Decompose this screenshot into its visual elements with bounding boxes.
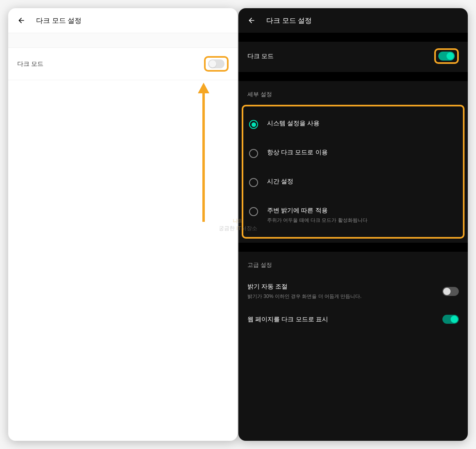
- page-title-light: 다크 모드 설정: [36, 16, 82, 25]
- webpage-dark-toggle[interactable]: [442, 315, 459, 324]
- radio-unselected-icon: [249, 178, 258, 187]
- radio-unselected-icon: [249, 149, 258, 158]
- light-mode-panel: 다크 모드 설정 다크 모드: [8, 8, 238, 441]
- webpage-dark-text: 웹 페이지를 다크 모드로 표시: [247, 316, 328, 323]
- section-gap: [238, 72, 468, 81]
- radio-text: 시간 설정: [267, 178, 293, 185]
- radio-label: 시스템 설정을 사용: [267, 120, 320, 127]
- dark-mode-toggle-on[interactable]: [438, 52, 455, 61]
- radio-label: 시간 설정: [267, 178, 293, 185]
- arrow-head-icon: [198, 83, 209, 93]
- detail-section-header: 세부 설정: [238, 81, 468, 105]
- auto-brightness-toggle[interactable]: [442, 287, 459, 296]
- back-arrow-icon: [17, 16, 25, 25]
- header-light: 다크 모드 설정: [8, 8, 238, 33]
- section-gap: [8, 33, 238, 48]
- page-title-dark: 다크 모드 설정: [266, 16, 312, 25]
- radio-selected-icon: [249, 120, 258, 129]
- radio-group-highlight: 시스템 설정을 사용 항상 다크 모드로 이용 시간 설정 주변 밝기에 따른 …: [242, 105, 465, 239]
- dark-mode-row-dark: 다크 모드: [238, 42, 468, 72]
- header-dark: 다크 모드 설정: [238, 8, 468, 33]
- radio-unselected-icon: [249, 207, 258, 216]
- radio-label: 주변 밝기에 따른 적용: [267, 207, 367, 214]
- radio-text: 시스템 설정을 사용: [267, 120, 320, 127]
- toggle-highlight: [434, 48, 459, 64]
- webpage-dark-label: 웹 페이지를 다크 모드로 표시: [247, 316, 328, 323]
- dark-mode-label: 다크 모드: [247, 52, 274, 60]
- auto-brightness-row: 밝기 자동 조절 밝기가 30% 이하인 경우 화면을 더 어둡게 만듭니다.: [238, 275, 468, 307]
- arrow-annotation: [198, 83, 209, 222]
- radio-text: 항상 다크 모드로 이용: [267, 149, 328, 156]
- toggle-highlight: [204, 56, 229, 72]
- section-gap: [238, 33, 468, 42]
- back-button[interactable]: [247, 16, 256, 25]
- dark-mode-label: 다크 모드: [17, 60, 43, 68]
- auto-brightness-label: 밝기 자동 조절: [247, 283, 362, 291]
- radio-time-settings[interactable]: 시간 설정: [243, 168, 463, 197]
- back-button[interactable]: [16, 16, 26, 25]
- radio-always-dark[interactable]: 항상 다크 모드로 이용: [243, 139, 463, 168]
- auto-brightness-text: 밝기 자동 조절 밝기가 30% 이하인 경우 화면을 더 어둡게 만듭니다.: [247, 283, 362, 300]
- dark-mode-toggle-off[interactable]: [208, 59, 224, 68]
- radio-text: 주변 밝기에 따른 적용 주위가 어두울 때에 다크 모드가 활성화됩니다: [267, 207, 367, 224]
- dark-mode-panel: 다크 모드 설정 다크 모드 세부 설정 시스템 설정을 사용 항상 다크 모드…: [238, 8, 468, 441]
- auto-brightness-sublabel: 밝기가 30% 이하인 경우 화면을 더 어둡게 만듭니다.: [247, 293, 362, 300]
- webpage-dark-row: 웹 페이지를 다크 모드로 표시: [238, 307, 468, 331]
- radio-label: 항상 다크 모드로 이용: [267, 149, 328, 156]
- radio-system-settings[interactable]: 시스템 설정을 사용: [243, 110, 463, 139]
- radio-ambient-brightness[interactable]: 주변 밝기에 따른 적용 주위가 어두울 때에 다크 모드가 활성화됩니다: [243, 197, 463, 234]
- advanced-section-header: 고급 설정: [238, 252, 468, 275]
- dark-mode-row-light: 다크 모드: [8, 48, 238, 80]
- section-gap: [238, 243, 468, 252]
- back-arrow-icon: [247, 16, 256, 25]
- radio-sublabel: 주위가 어두울 때에 다크 모드가 활성화됩니다: [267, 217, 367, 224]
- arrow-line: [202, 92, 205, 222]
